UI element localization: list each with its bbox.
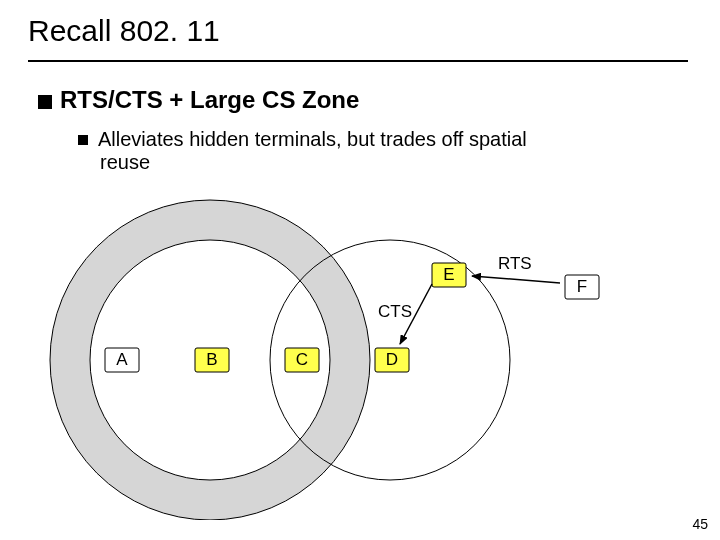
svg-text:D: D	[386, 350, 398, 369]
page-number: 45	[692, 516, 708, 532]
node-f: F	[565, 275, 599, 299]
cts-label: CTS	[378, 302, 412, 321]
diagram-svg: A B C D E F RTS CTS	[0, 190, 720, 520]
rts-arrow	[472, 276, 560, 283]
svg-text:E: E	[443, 265, 454, 284]
bullet-level-1: RTS/CTS + Large CS Zone	[38, 86, 359, 114]
bullet-level-2: Alleviates hidden terminals, but trades …	[78, 128, 680, 174]
node-c: C	[285, 348, 319, 372]
svg-text:F: F	[577, 277, 587, 296]
page-title: Recall 802. 11	[28, 14, 220, 48]
square-bullet-icon	[38, 95, 52, 109]
rts-label: RTS	[498, 254, 532, 273]
title-underline	[28, 60, 688, 62]
node-e: E	[432, 263, 466, 287]
bullet-l1-text: RTS/CTS + Large CS Zone	[60, 86, 359, 113]
node-a: A	[105, 348, 139, 372]
svg-text:C: C	[296, 350, 308, 369]
diagram-container: A B C D E F RTS CTS	[0, 190, 720, 520]
bullet-l2-line1: Alleviates hidden terminals, but trades …	[98, 128, 527, 150]
bullet-l2-line2: reuse	[100, 151, 680, 174]
svg-text:B: B	[206, 350, 217, 369]
svg-text:A: A	[116, 350, 128, 369]
node-b: B	[195, 348, 229, 372]
square-bullet-icon	[78, 135, 88, 145]
node-d: D	[375, 348, 409, 372]
